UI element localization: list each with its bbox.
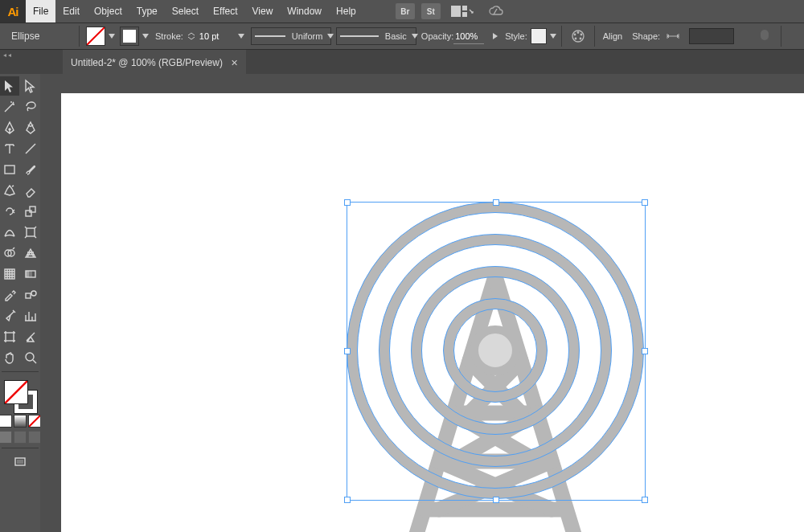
stroke-weight-dropdown[interactable] [236, 27, 246, 45]
svg-point-9 [573, 34, 576, 36]
svg-rect-13 [27, 228, 35, 236]
type-tool[interactable] [0, 139, 19, 158]
resize-handle-e[interactable] [642, 348, 648, 354]
tools-panel [0, 74, 40, 532]
svg-line-23 [29, 415, 40, 427]
svg-rect-10 [5, 166, 14, 174]
draw-mode-row [0, 430, 42, 444]
color-mode-solid[interactable] [0, 415, 12, 428]
resize-handle-n[interactable] [493, 199, 499, 206]
magic-wand-tool[interactable] [0, 97, 19, 117]
active-tool-label: Ellipse [0, 27, 76, 46]
menu-object[interactable]: Object [87, 0, 129, 23]
shape-label: Shape: [632, 31, 660, 41]
canvas-area[interactable] [40, 74, 804, 532]
menu-edit[interactable]: Edit [55, 0, 87, 23]
column-graph-tool[interactable] [21, 306, 40, 325]
fill-swatch[interactable] [86, 27, 105, 46]
menu-window[interactable]: Window [280, 0, 329, 23]
paintbrush-tool[interactable] [21, 160, 40, 179]
stroke-weight-stepper[interactable] [185, 28, 198, 44]
selection-tool[interactable] [0, 76, 19, 96]
blend-tool[interactable] [21, 285, 40, 305]
brush-definition-dropdown[interactable]: Basic [336, 27, 416, 45]
close-tab-icon[interactable]: ✕ [231, 58, 238, 68]
options-bar: Ellipse Stroke: 10 pt Uniform Basic Opac… [0, 23, 804, 50]
stroke-weight-field[interactable]: 10 pt [198, 29, 228, 43]
graphic-style-swatch[interactable] [531, 28, 547, 44]
line-segment-tool[interactable] [21, 139, 40, 158]
screen-mode-button[interactable] [10, 452, 30, 472]
artboard[interactable] [61, 93, 804, 532]
svg-rect-25 [17, 460, 23, 464]
svg-rect-20 [6, 333, 14, 341]
variable-width-profile-dropdown[interactable]: Uniform [251, 27, 331, 45]
svg-point-5 [576, 31, 579, 34]
svg-point-8 [574, 38, 576, 40]
bridge-icon[interactable]: Br [396, 3, 415, 19]
eyedropper-tool[interactable] [0, 285, 19, 305]
recolor-artwork-icon[interactable] [568, 27, 588, 46]
perspective-grid-tool[interactable] [21, 243, 40, 263]
stroke-dropdown[interactable] [141, 27, 150, 45]
document-tab[interactable]: Untitled-2* @ 100% (RGB/Preview) ✕ [63, 50, 246, 76]
gradient-tool[interactable] [21, 264, 40, 284]
menu-select[interactable]: Select [165, 0, 206, 23]
opacity-field[interactable]: 100% [453, 29, 484, 44]
color-mode-none[interactable] [28, 415, 41, 428]
shaper-tool[interactable] [0, 181, 19, 200]
pen-tool[interactable] [0, 118, 19, 137]
resize-handle-nw[interactable] [344, 199, 351, 206]
svg-point-21 [26, 353, 34, 361]
eraser-tool[interactable] [21, 181, 40, 200]
menu-file[interactable]: File [26, 0, 55, 23]
mesh-tool[interactable] [0, 264, 19, 284]
hand-tool[interactable] [0, 348, 19, 367]
app-logo: Ai [0, 0, 26, 23]
menu-effect[interactable]: Effect [206, 0, 244, 23]
arrange-documents-icon[interactable] [447, 3, 479, 19]
draw-normal[interactable] [0, 431, 12, 444]
svg-point-7 [579, 38, 581, 40]
menu-view[interactable]: View [245, 0, 281, 23]
stroke-swatch[interactable] [120, 27, 139, 46]
fill-dropdown[interactable] [107, 27, 117, 45]
svg-rect-11 [26, 211, 31, 216]
resize-handle-se[interactable] [642, 497, 648, 503]
scale-tool[interactable] [21, 202, 40, 221]
gpu-performance-icon[interactable] [486, 3, 505, 19]
selection-bounding-box[interactable] [347, 202, 646, 501]
rectangle-tool[interactable] [0, 160, 19, 179]
artboard-tool[interactable] [0, 327, 19, 346]
rotate-tool[interactable] [0, 202, 19, 221]
color-mode-gradient[interactable] [14, 415, 27, 428]
stock-icon[interactable]: St [421, 3, 441, 19]
free-transform-tool[interactable] [21, 223, 40, 242]
shape-width-icon[interactable] [663, 27, 683, 46]
align-label[interactable]: Align [603, 31, 622, 41]
opacity-label: Opacity: [421, 31, 453, 41]
draw-inside[interactable] [28, 431, 41, 444]
resize-handle-ne[interactable] [642, 199, 648, 206]
graphic-style-dropdown[interactable] [548, 27, 558, 45]
width-tool[interactable] [0, 223, 19, 242]
lasso-tool[interactable] [21, 97, 40, 117]
draw-behind[interactable] [14, 431, 27, 444]
shape-width-field[interactable] [689, 28, 734, 44]
resize-handle-w[interactable] [344, 348, 351, 354]
panel-collapse-gutter[interactable]: ◂◂ [0, 50, 63, 76]
symbol-sprayer-tool[interactable] [0, 306, 19, 325]
shape-builder-tool[interactable] [0, 243, 19, 263]
opacity-dropdown[interactable] [486, 31, 504, 41]
fill-stroke-indicator[interactable] [2, 379, 38, 414]
svg-line-22 [5, 381, 27, 403]
zoom-tool[interactable] [21, 348, 40, 367]
curvature-tool[interactable] [21, 118, 40, 137]
resize-handle-sw[interactable] [344, 497, 351, 503]
direct-selection-tool[interactable] [21, 76, 40, 96]
slice-tool[interactable] [21, 327, 40, 346]
resize-handle-s[interactable] [493, 497, 499, 503]
menu-help[interactable]: Help [329, 0, 363, 23]
menu-type[interactable]: Type [129, 0, 165, 23]
svg-rect-2 [462, 12, 467, 17]
